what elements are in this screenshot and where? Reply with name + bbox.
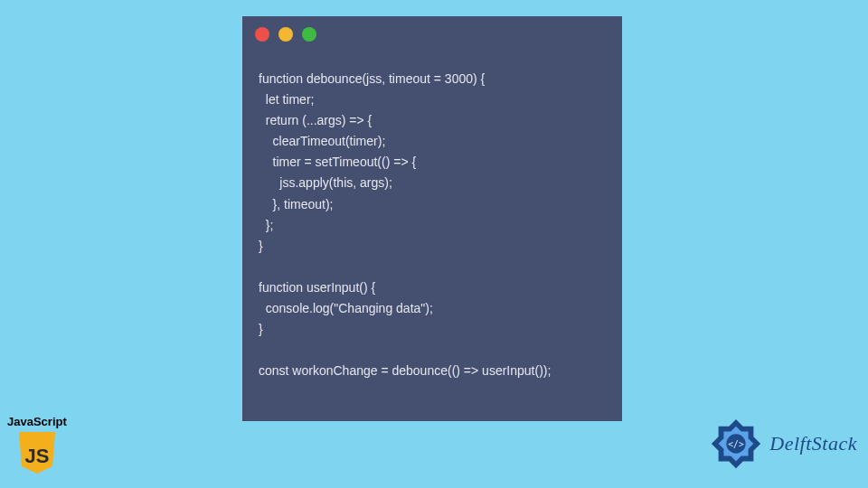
javascript-shield-icon: JS <box>14 430 60 475</box>
svg-text:JS: JS <box>24 445 49 467</box>
minimize-icon[interactable] <box>278 27 293 42</box>
delftstack-logo-icon: </> <box>708 416 764 472</box>
close-icon[interactable] <box>255 27 269 42</box>
delftstack-text: DelftStack <box>769 432 857 455</box>
svg-text:</>: </> <box>729 439 745 449</box>
titlebar <box>242 16 622 52</box>
delftstack-watermark: </> DelftStack <box>708 416 857 472</box>
code-block: function debounce(jss, timeout = 3000) {… <box>242 52 622 394</box>
code-window: function debounce(jss, timeout = 3000) {… <box>242 16 622 421</box>
zoom-icon[interactable] <box>302 27 316 42</box>
javascript-label: JavaScript <box>7 415 67 428</box>
javascript-badge: JavaScript JS <box>7 415 67 475</box>
